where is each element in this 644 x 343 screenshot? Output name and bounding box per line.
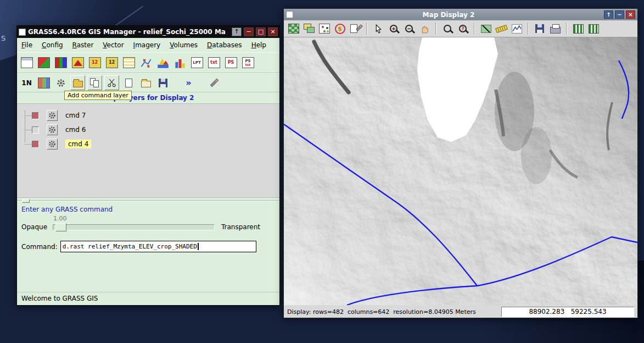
layer-options-button[interactable] — [47, 139, 58, 150]
layer-options-button[interactable] — [47, 124, 58, 135]
menu-file[interactable]: File — [21, 41, 32, 49]
add-raster-layer-icon[interactable] — [19, 56, 34, 70]
minus-glyph: − — [407, 26, 411, 31]
toolbar-separator — [474, 23, 475, 35]
menu-config[interactable]: Config — [42, 41, 63, 49]
labels-icon[interactable]: LPT — [189, 56, 204, 70]
maximize-button[interactable]: □ — [256, 27, 266, 36]
map-canvas[interactable] — [284, 37, 637, 305]
profile-glyph — [512, 24, 522, 34]
legend-matrix-icon[interactable] — [121, 56, 136, 70]
relief-histogram-icon[interactable] — [70, 56, 85, 70]
overlay-vector-icon[interactable] — [586, 21, 601, 36]
command-text: d.rast relief_Mzymta_ELEV_crop_SHADED — [63, 243, 197, 250]
thematic-chart-icon[interactable] — [155, 56, 170, 70]
animate-arrows-icon[interactable]: » — [181, 75, 196, 90]
gear-icon[interactable] — [53, 75, 68, 90]
bar-chart-icon[interactable] — [172, 56, 187, 70]
gis-window-title: GRASS6.4.0RC6 GIS Manager - relief_Sochi… — [28, 28, 229, 36]
query-vector-icon[interactable]: ? — [456, 21, 470, 36]
zoom-out-icon[interactable]: − — [402, 21, 416, 36]
shade-button[interactable]: ↑ — [232, 27, 242, 36]
shaded-relief-map — [284, 37, 637, 305]
layer-row-cmd7: cmd 7 — [17, 108, 279, 123]
pan-icon[interactable] — [417, 21, 432, 36]
opacity-slider[interactable] — [53, 224, 215, 230]
menu-raster[interactable]: Raster — [72, 41, 94, 49]
pointer-icon[interactable] — [371, 21, 385, 36]
rgb-grid-icon[interactable] — [36, 75, 51, 90]
open-file-icon[interactable] — [138, 75, 153, 90]
layer-tree: cmd 7 cmd 6 cmd 4 — [17, 103, 279, 198]
postscript-labels-icon[interactable]: PS — [223, 56, 238, 70]
display-resolution-text: Display: rows=482 columns=642 resolution… — [287, 308, 476, 316]
layer-checkbox[interactable] — [32, 126, 39, 134]
hand-glyph — [420, 24, 429, 34]
shadow-patch — [521, 127, 552, 184]
layer-checkbox[interactable] — [32, 112, 39, 119]
postscript-text-icon[interactable]: PS txt — [240, 56, 255, 70]
pane-sash[interactable] — [17, 198, 279, 203]
opacity-slider-thumb[interactable] — [55, 223, 66, 231]
text-layer-icon[interactable]: txt — [206, 56, 221, 70]
edit-map-icon[interactable] — [348, 21, 362, 36]
add-command-layer-icon[interactable] — [70, 75, 85, 90]
tooltip: Add command layer — [64, 91, 132, 100]
map-save-icon[interactable] — [533, 21, 547, 36]
zoom-in-icon[interactable]: + — [387, 21, 401, 36]
erase-display-icon[interactable] — [317, 21, 332, 36]
redraw-map-icon[interactable] — [302, 21, 316, 36]
gis-manager-window: GRASS6.4.0RC6 GIS Manager - relief_Sochi… — [16, 25, 280, 306]
layer-label[interactable]: cmd 6 — [65, 126, 86, 134]
minimize-button[interactable]: − — [244, 27, 254, 36]
scissors-glyph — [107, 78, 116, 87]
layer-checkbox[interactable] — [32, 141, 39, 148]
ruler-icon[interactable] — [494, 21, 508, 36]
toolbar-separator — [435, 23, 436, 35]
new-file-icon[interactable] — [121, 75, 136, 90]
layer-label-selected[interactable]: cmd 4 — [65, 140, 91, 148]
pointer-glyph — [374, 24, 383, 34]
command-label: Command: — [21, 243, 58, 251]
rgb-layer-icon[interactable] — [53, 56, 68, 70]
close-button[interactable]: × — [268, 27, 278, 36]
map-minimize-button[interactable]: − — [615, 10, 624, 19]
menu-vector[interactable]: Vector — [103, 41, 124, 49]
menu-imagery[interactable]: Imagery — [133, 41, 161, 49]
coordinate-readout: 88902.283 59225.543 — [501, 307, 634, 317]
print-icon[interactable] — [548, 21, 562, 36]
cut-icon[interactable] — [104, 75, 119, 90]
cell-values-icon[interactable]: 12 — [87, 56, 102, 70]
eraser-pen-icon[interactable] — [207, 75, 222, 90]
sash-handle[interactable] — [22, 199, 30, 203]
layer-label[interactable]: cmd 7 — [65, 112, 86, 119]
barchart-glyph — [174, 57, 186, 69]
file-toolbar: 1N » — [17, 73, 279, 92]
map-title-bar[interactable]: Map Display 2 ↑ − × — [284, 9, 637, 20]
save-icon[interactable] — [155, 75, 170, 90]
layer-options-button[interactable] — [47, 110, 58, 121]
map-close-button[interactable]: × — [626, 10, 635, 19]
display-map-icon[interactable] — [287, 21, 301, 36]
vector-layer-icon[interactable] — [138, 56, 153, 70]
tree-branch — [25, 130, 32, 130]
georectify-icon[interactable]: 1N — [19, 75, 34, 90]
copy-icon[interactable] — [87, 75, 102, 90]
map-app-icon — [286, 11, 293, 18]
menu-help[interactable]: Help — [251, 41, 266, 49]
raster-icon[interactable] — [36, 56, 51, 70]
measure-icon[interactable] — [479, 21, 493, 36]
gear-glyph — [48, 140, 56, 148]
run-command-icon[interactable]: $ — [333, 21, 347, 36]
toolbar-separator — [566, 23, 567, 35]
menu-databases[interactable]: Databases — [207, 41, 242, 49]
query-icon[interactable] — [440, 21, 455, 36]
overlay-raster-icon[interactable] — [571, 21, 585, 36]
menu-volumes[interactable]: Volumes — [170, 41, 198, 49]
gis-title-bar[interactable]: GRASS6.4.0RC6 GIS Manager - relief_Sochi… — [17, 26, 279, 38]
tree-branch — [25, 144, 32, 145]
map-shade-button[interactable]: ↑ — [604, 10, 613, 19]
profile-icon[interactable] — [509, 21, 524, 36]
cell-arrows-icon[interactable]: 12 — [104, 56, 119, 70]
command-input[interactable]: d.rast relief_Mzymta_ELEV_crop_SHADED — [60, 241, 256, 252]
